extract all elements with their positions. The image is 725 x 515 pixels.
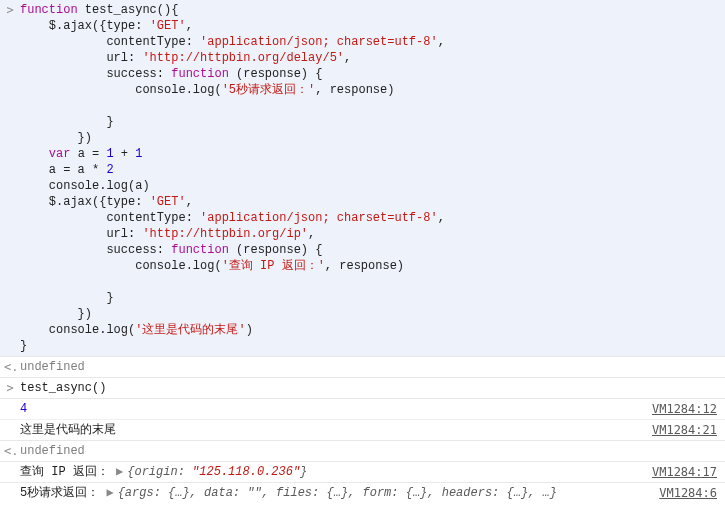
input-chevron-icon: >: [4, 2, 16, 18]
log-value: 这里是代码的末尾: [20, 423, 116, 437]
output-chevron-icon: <.: [4, 359, 16, 375]
output-chevron-icon: <.: [4, 443, 16, 459]
code-input: test_async(): [20, 381, 106, 395]
devtools-console: > function test_async(){ $.ajax({type: '…: [0, 0, 725, 515]
source-link[interactable]: VM1284:12: [652, 401, 717, 417]
console-input-row[interactable]: > function test_async(){ $.ajax({type: '…: [0, 0, 725, 356]
source-link[interactable]: VM1284:17: [652, 464, 717, 480]
result-undefined: undefined: [20, 360, 85, 374]
expand-triangle-icon[interactable]: ▶: [106, 485, 113, 501]
log-value: 4: [20, 402, 27, 416]
console-result-row: <. undefined: [0, 356, 725, 377]
console-log-line: 4 VM1284:12: [0, 399, 725, 419]
source-link[interactable]: VM1284:6: [659, 485, 717, 501]
log-group: 4 VM1284:12 这里是代码的末尾 VM1284:21: [0, 398, 725, 440]
object-preview[interactable]: {origin: "125.118.0.236"}: [127, 465, 307, 479]
console-log-line: 这里是代码的末尾 VM1284:21: [0, 419, 725, 440]
log-prefix: 5秒请求返回：: [20, 486, 99, 500]
input-chevron-icon: >: [4, 380, 16, 396]
object-preview[interactable]: {args: {…}, data: "", files: {…}, form: …: [118, 486, 557, 500]
console-result-row: <. undefined: [0, 440, 725, 461]
expand-triangle-icon[interactable]: ▶: [116, 464, 123, 480]
console-log-line: 5秒请求返回： ▶{args: {…}, data: "", files: {……: [0, 482, 725, 503]
code-input: function test_async(){ $.ajax({type: 'GE…: [20, 2, 721, 354]
source-link[interactable]: VM1284:21: [652, 422, 717, 438]
console-log-line: 查询 IP 返回： ▶{origin: "125.118.0.236"} VM1…: [0, 461, 725, 482]
console-input-row[interactable]: > test_async(): [0, 377, 725, 398]
result-undefined: undefined: [20, 444, 85, 458]
log-prefix: 查询 IP 返回：: [20, 465, 109, 479]
